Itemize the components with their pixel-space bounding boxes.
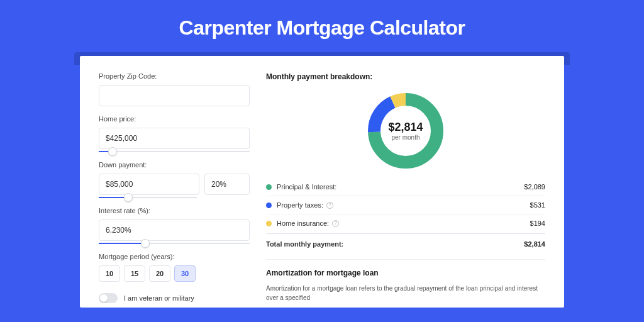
home-price-input[interactable] [99,128,250,149]
home-price-label: Home price: [99,115,250,123]
info-icon[interactable]: ? [332,220,339,227]
breakdown-legend: Principal & Interest:$2,089Property taxe… [266,178,545,232]
interest-rate-field-group: Interest rate (%): [99,207,250,244]
zip-field-group: Property Zip Code: [99,72,250,106]
info-icon[interactable]: ? [326,202,333,209]
legend-label: Principal & Interest: [277,183,524,191]
amortization-title: Amortization for mortgage loan [266,269,545,277]
legend-value: $194 [530,219,545,227]
legend-dot-icon [266,221,272,226]
home-price-field-group: Home price: [99,115,250,152]
mortgage-period-field-group: Mortgage period (years): 10152030 [99,253,250,282]
mortgage-period-label: Mortgage period (years): [99,253,250,260]
donut-sublabel: per month [391,134,419,141]
breakdown-heading: Monthly payment breakdown: [266,72,545,81]
amortization-section: Amortization for mortgage loan Amortizat… [266,259,545,303]
legend-value: $531 [530,201,545,209]
interest-rate-slider[interactable] [99,243,250,244]
zip-input[interactable] [99,85,250,106]
total-row: Total monthly payment: $2,814 [266,233,545,253]
legend-label: Property taxes:? [277,201,530,209]
zip-label: Property Zip Code: [99,72,250,80]
donut-chart-wrap: $2,814 per month [266,85,545,178]
legend-row: Home insurance:?$194 [266,214,545,232]
legend-row: Property taxes:?$531 [266,196,545,214]
donut-total: $2,814 [388,121,423,134]
total-value: $2,814 [524,240,545,248]
down-payment-pct-input[interactable] [204,174,250,195]
interest-rate-label: Interest rate (%): [99,207,250,214]
breakdown-column: Monthly payment breakdown: $2,814 per mo… [266,72,545,308]
inputs-column: Property Zip Code: Home price: Down paym… [99,72,250,308]
veteran-toggle[interactable] [99,293,118,303]
down-payment-slider[interactable] [99,197,197,198]
calculator-card: Property Zip Code: Home price: Down paym… [80,56,564,308]
legend-row: Principal & Interest:$2,089 [266,178,545,196]
donut-chart: $2,814 per month [366,91,445,170]
total-label: Total monthly payment: [266,240,524,248]
period-option-30[interactable]: 30 [174,265,196,282]
period-option-10[interactable]: 10 [99,265,120,282]
down-payment-field-group: Down payment: [99,161,250,198]
legend-dot-icon [266,184,272,190]
home-price-slider[interactable] [99,151,250,152]
veteran-label: I am veteran or military [124,294,194,302]
page-title: Carpenter Mortgage Calculator [0,0,644,52]
period-option-15[interactable]: 15 [124,265,145,282]
legend-dot-icon [266,203,272,208]
mortgage-period-options: 10152030 [99,265,250,282]
legend-label: Home insurance:? [277,219,530,227]
down-payment-input[interactable] [99,174,199,195]
period-option-20[interactable]: 20 [149,265,170,282]
amortization-body: Amortization for a mortgage loan refers … [266,284,545,303]
down-payment-label: Down payment: [99,161,250,169]
veteran-toggle-row: I am veteran or military [99,293,250,303]
interest-rate-input[interactable] [99,219,250,241]
legend-value: $2,089 [524,183,545,191]
